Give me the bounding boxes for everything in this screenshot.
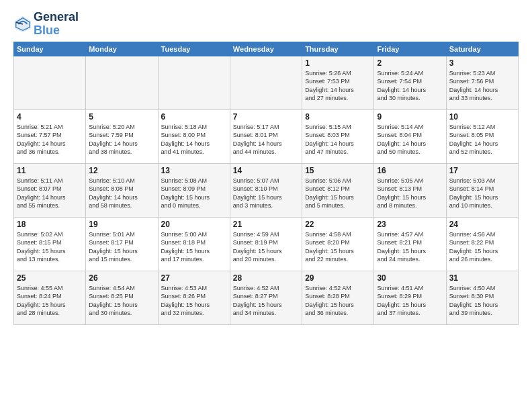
- day-number: 16: [377, 166, 443, 175]
- day-number: 1: [305, 58, 371, 68]
- day-number: 31: [449, 273, 515, 283]
- day-number: 10: [449, 112, 515, 122]
- cell-content: Sunrise: 5:00 AM Sunset: 8:18 PM Dayligh…: [161, 230, 227, 264]
- day-number: 14: [233, 166, 299, 175]
- calendar-cell: 7Sunrise: 5:17 AM Sunset: 8:01 PM Daylig…: [230, 109, 302, 163]
- calendar-cell: 28Sunrise: 4:52 AM Sunset: 8:27 PM Dayli…: [230, 271, 302, 324]
- cell-content: Sunrise: 5:05 AM Sunset: 8:13 PM Dayligh…: [377, 177, 443, 210]
- day-number: 28: [233, 273, 299, 283]
- day-number: 20: [161, 220, 227, 229]
- calendar-cell: [86, 56, 158, 109]
- calendar-cell: 13Sunrise: 5:08 AM Sunset: 8:09 PM Dayli…: [158, 163, 230, 217]
- cell-content: Sunrise: 4:52 AM Sunset: 8:27 PM Dayligh…: [233, 284, 299, 318]
- cell-content: Sunrise: 4:50 AM Sunset: 8:30 PM Dayligh…: [449, 284, 515, 318]
- calendar-cell: 19Sunrise: 5:01 AM Sunset: 8:17 PM Dayli…: [86, 217, 158, 271]
- calendar-cell: [14, 56, 86, 109]
- day-number: 3: [449, 58, 515, 68]
- day-number: 2: [377, 58, 443, 68]
- cell-content: Sunrise: 4:55 AM Sunset: 8:24 PM Dayligh…: [17, 284, 83, 318]
- cell-content: Sunrise: 4:51 AM Sunset: 8:29 PM Dayligh…: [377, 284, 443, 318]
- calendar-cell: 14Sunrise: 5:07 AM Sunset: 8:10 PM Dayli…: [230, 163, 302, 217]
- calendar-cell: 9Sunrise: 5:14 AM Sunset: 8:04 PM Daylig…: [374, 109, 446, 163]
- calendar-cell: [230, 56, 302, 109]
- cell-content: Sunrise: 5:21 AM Sunset: 7:57 PM Dayligh…: [17, 123, 83, 156]
- day-number: 30: [377, 273, 443, 283]
- calendar-header: SundayMondayTuesdayWednesdayThursdayFrid…: [14, 42, 519, 56]
- week-row-3: 11Sunrise: 5:11 AM Sunset: 8:07 PM Dayli…: [14, 163, 519, 217]
- cell-content: Sunrise: 5:23 AM Sunset: 7:56 PM Dayligh…: [449, 69, 515, 103]
- day-number: 4: [17, 112, 83, 122]
- calendar-cell: 21Sunrise: 4:59 AM Sunset: 8:19 PM Dayli…: [230, 217, 302, 271]
- cell-content: Sunrise: 5:01 AM Sunset: 8:17 PM Dayligh…: [89, 230, 154, 264]
- cell-content: Sunrise: 5:26 AM Sunset: 7:53 PM Dayligh…: [305, 69, 371, 103]
- calendar-cell: 23Sunrise: 4:57 AM Sunset: 8:21 PM Dayli…: [374, 217, 446, 271]
- cell-content: Sunrise: 4:54 AM Sunset: 8:25 PM Dayligh…: [89, 284, 154, 318]
- calendar-cell: 30Sunrise: 4:51 AM Sunset: 8:29 PM Dayli…: [374, 271, 446, 324]
- week-row-2: 4Sunrise: 5:21 AM Sunset: 7:57 PM Daylig…: [14, 109, 519, 163]
- cell-content: Sunrise: 4:53 AM Sunset: 8:26 PM Dayligh…: [161, 284, 227, 318]
- cell-content: Sunrise: 5:07 AM Sunset: 8:10 PM Dayligh…: [233, 177, 299, 210]
- cell-content: Sunrise: 5:02 AM Sunset: 8:15 PM Dayligh…: [17, 230, 83, 264]
- day-number: 12: [89, 166, 154, 175]
- header-row: SundayMondayTuesdayWednesdayThursdayFrid…: [14, 42, 519, 56]
- calendar-cell: 25Sunrise: 4:55 AM Sunset: 8:24 PM Dayli…: [14, 271, 86, 324]
- logo-text: General Blue: [34, 11, 79, 38]
- calendar-table: SundayMondayTuesdayWednesdayThursdayFrid…: [13, 42, 519, 325]
- day-number: 9: [377, 112, 443, 122]
- calendar-cell: 10Sunrise: 5:12 AM Sunset: 8:05 PM Dayli…: [446, 109, 518, 163]
- page: General Blue SundayMondayTuesdayWednesda…: [0, 0, 532, 411]
- calendar-cell: 2Sunrise: 5:24 AM Sunset: 7:54 PM Daylig…: [374, 56, 446, 109]
- calendar-cell: 22Sunrise: 4:58 AM Sunset: 8:20 PM Dayli…: [302, 217, 374, 271]
- logo-icon: [13, 15, 32, 34]
- cell-content: Sunrise: 5:11 AM Sunset: 8:07 PM Dayligh…: [17, 177, 83, 210]
- day-number: 11: [17, 166, 83, 175]
- header: General Blue: [13, 11, 519, 38]
- logo: General Blue: [13, 11, 79, 38]
- week-row-4: 18Sunrise: 5:02 AM Sunset: 8:15 PM Dayli…: [14, 217, 519, 271]
- calendar-cell: 29Sunrise: 4:52 AM Sunset: 8:28 PM Dayli…: [302, 271, 374, 324]
- day-number: 22: [305, 220, 371, 229]
- header-cell-sunday: Sunday: [14, 42, 86, 56]
- cell-content: Sunrise: 5:08 AM Sunset: 8:09 PM Dayligh…: [161, 177, 227, 210]
- header-cell-friday: Friday: [374, 42, 446, 56]
- day-number: 24: [449, 220, 515, 229]
- calendar-cell: 17Sunrise: 5:03 AM Sunset: 8:14 PM Dayli…: [446, 163, 518, 217]
- day-number: 17: [449, 166, 515, 175]
- day-number: 26: [89, 273, 154, 283]
- cell-content: Sunrise: 5:15 AM Sunset: 8:03 PM Dayligh…: [305, 123, 371, 156]
- cell-content: Sunrise: 4:59 AM Sunset: 8:19 PM Dayligh…: [233, 230, 299, 264]
- calendar-cell: 8Sunrise: 5:15 AM Sunset: 8:03 PM Daylig…: [302, 109, 374, 163]
- calendar-cell: 6Sunrise: 5:18 AM Sunset: 8:00 PM Daylig…: [158, 109, 230, 163]
- cell-content: Sunrise: 5:10 AM Sunset: 8:08 PM Dayligh…: [89, 177, 154, 210]
- cell-content: Sunrise: 5:14 AM Sunset: 8:04 PM Dayligh…: [377, 123, 443, 156]
- day-number: 18: [17, 220, 83, 229]
- cell-content: Sunrise: 4:57 AM Sunset: 8:21 PM Dayligh…: [377, 230, 443, 264]
- calendar-cell: 11Sunrise: 5:11 AM Sunset: 8:07 PM Dayli…: [14, 163, 86, 217]
- day-number: 15: [305, 166, 371, 175]
- day-number: 13: [161, 166, 227, 175]
- header-cell-saturday: Saturday: [446, 42, 518, 56]
- calendar-cell: 20Sunrise: 5:00 AM Sunset: 8:18 PM Dayli…: [158, 217, 230, 271]
- header-cell-tuesday: Tuesday: [158, 42, 230, 56]
- cell-content: Sunrise: 5:18 AM Sunset: 8:00 PM Dayligh…: [161, 123, 227, 156]
- calendar-cell: 26Sunrise: 4:54 AM Sunset: 8:25 PM Dayli…: [86, 271, 158, 324]
- day-number: 29: [305, 273, 371, 283]
- day-number: 6: [161, 112, 227, 122]
- calendar-cell: 3Sunrise: 5:23 AM Sunset: 7:56 PM Daylig…: [446, 56, 518, 109]
- cell-content: Sunrise: 5:20 AM Sunset: 7:59 PM Dayligh…: [89, 123, 154, 156]
- cell-content: Sunrise: 5:17 AM Sunset: 8:01 PM Dayligh…: [233, 123, 299, 156]
- cell-content: Sunrise: 5:24 AM Sunset: 7:54 PM Dayligh…: [377, 69, 443, 103]
- cell-content: Sunrise: 4:56 AM Sunset: 8:22 PM Dayligh…: [449, 230, 515, 264]
- header-cell-wednesday: Wednesday: [230, 42, 302, 56]
- calendar-cell: 16Sunrise: 5:05 AM Sunset: 8:13 PM Dayli…: [374, 163, 446, 217]
- calendar-body: 1Sunrise: 5:26 AM Sunset: 7:53 PM Daylig…: [14, 56, 519, 324]
- calendar-cell: 1Sunrise: 5:26 AM Sunset: 7:53 PM Daylig…: [302, 56, 374, 109]
- day-number: 7: [233, 112, 299, 122]
- week-row-5: 25Sunrise: 4:55 AM Sunset: 8:24 PM Dayli…: [14, 271, 519, 324]
- calendar-cell: 12Sunrise: 5:10 AM Sunset: 8:08 PM Dayli…: [86, 163, 158, 217]
- cell-content: Sunrise: 5:12 AM Sunset: 8:05 PM Dayligh…: [449, 123, 515, 156]
- header-cell-monday: Monday: [86, 42, 158, 56]
- calendar-cell: 18Sunrise: 5:02 AM Sunset: 8:15 PM Dayli…: [14, 217, 86, 271]
- day-number: 23: [377, 220, 443, 229]
- cell-content: Sunrise: 4:52 AM Sunset: 8:28 PM Dayligh…: [305, 284, 371, 318]
